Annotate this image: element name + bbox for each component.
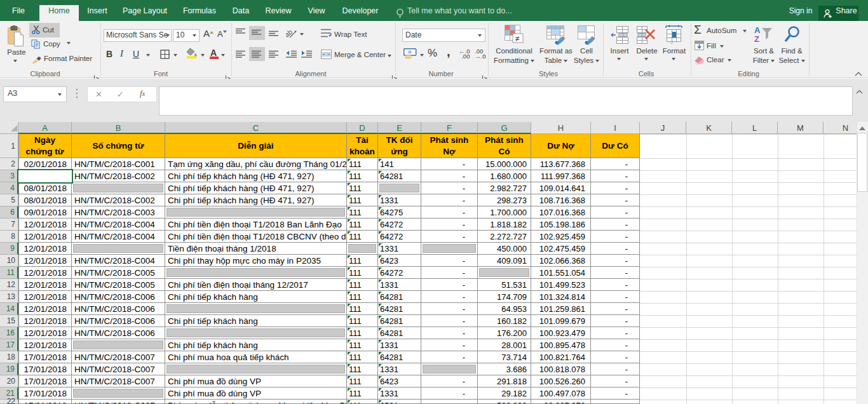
svg-text:ab: ab <box>286 28 294 38</box>
svg-text:A: A <box>754 26 761 35</box>
svg-text:≠: ≠ <box>515 34 520 43</box>
svg-text:Z: Z <box>754 34 759 43</box>
